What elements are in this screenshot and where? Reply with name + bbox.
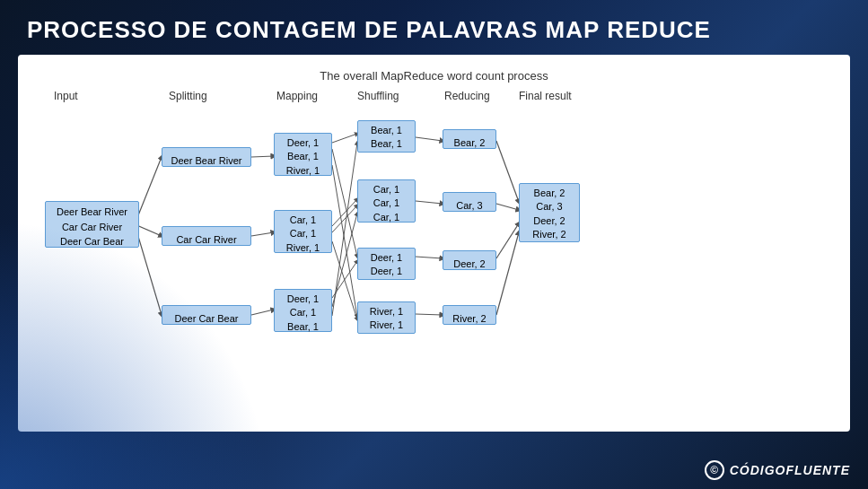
box-map1: Deer, 1 Bear, 1 River, 1 [274,133,332,176]
svg-line-22 [496,232,519,315]
box-map3: Deer, 1 Car, 1 Bear, 1 [274,289,332,332]
box-shuf3: Deer, 1 Deer, 1 [357,248,416,280]
footer: © CÓDIGOFLUENTE [705,460,850,480]
svg-line-14 [332,143,357,316]
diagram-container: The overall MapReduce word count process… [18,55,850,432]
svg-line-11 [332,241,357,319]
svg-line-6 [332,134,357,143]
box-red4: River, 2 [443,305,496,325]
svg-line-17 [416,257,443,258]
footer-icon: © [705,460,724,480]
box-red1: Bear, 2 [443,129,496,149]
svg-line-15 [416,137,443,141]
diagram-subtitle: The overall MapReduce word count process [36,69,832,83]
page-title: PROCESSO DE CONTAGEM DE PALAVRAS MAP RED… [27,16,841,44]
svg-line-5 [251,310,274,315]
box-red3: Deer, 2 [443,250,496,270]
svg-line-16 [416,201,443,204]
title-area: PROCESSO DE CONTAGEM DE PALAVRAS MAP RED… [0,0,868,55]
svg-line-12 [332,261,357,298]
box-split3: Deer Car Bear [162,305,251,325]
box-input: Deer Bear River Car Car River Deer Car B… [45,201,139,248]
svg-line-8 [332,149,357,257]
svg-line-20 [496,204,519,210]
box-shuf1: Bear, 1 Bear, 1 [357,120,416,153]
svg-line-18 [416,314,443,315]
svg-line-4 [251,232,274,236]
svg-line-19 [496,141,519,202]
diagram-body: Deer Bear River Car Car River Deer Car B… [36,93,832,398]
svg-line-10 [332,205,357,232]
arrows-svg [36,93,832,398]
box-shuf2: Car, 1 Car, 1 Car, 1 [357,179,416,223]
box-split1: Deer Bear River [162,147,251,167]
svg-line-3 [251,156,274,157]
footer-logo: CÓDIGOFLUENTE [730,463,850,477]
svg-line-7 [332,165,357,317]
box-final: Bear, 2 Car, 3 Deer, 2 River, 2 [519,183,580,242]
svg-line-21 [496,223,519,258]
box-split2: Car Car River [162,226,251,246]
svg-line-9 [332,199,357,226]
svg-line-13 [332,214,357,307]
box-map2: Car, 1 Car, 1 River, 1 [274,210,332,253]
box-red2: Car, 3 [443,192,496,212]
box-shuf4: River, 1 River, 1 [357,301,416,334]
